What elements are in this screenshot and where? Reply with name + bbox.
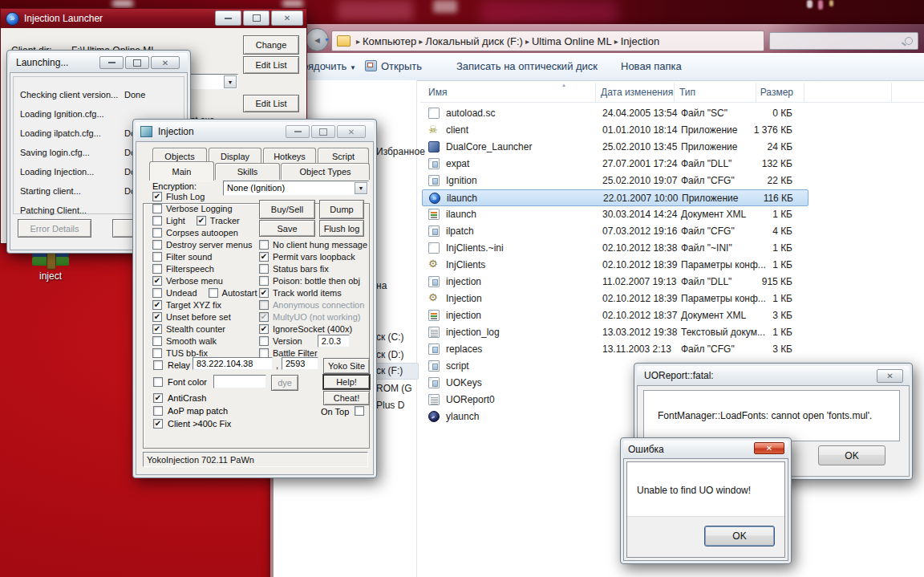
address-dropdown-icon[interactable]: ▼ bbox=[324, 37, 330, 43]
launcher-titlebar[interactable]: » Injection Launcher ✕ bbox=[1, 9, 306, 28]
breadcrumb-f[interactable]: Локальный диск (F:) bbox=[425, 35, 523, 47]
checkbox-filter-sound[interactable]: Filter sound bbox=[152, 252, 212, 262]
buy-sell-button[interactable]: Buy/Sell bbox=[259, 200, 315, 219]
nav-item[interactable]: ск (F:) bbox=[376, 365, 403, 376]
save-button[interactable]: Save bbox=[259, 220, 315, 237]
restore-button[interactable] bbox=[125, 56, 149, 69]
search-input[interactable] bbox=[769, 32, 918, 50]
checkbox-tracker[interactable]: Tracker bbox=[197, 216, 240, 226]
ok-button[interactable]: OK bbox=[704, 526, 775, 547]
anticrash-checkbox[interactable] bbox=[153, 393, 163, 403]
checkbox-destroy-server-menus[interactable]: Destroy server menus bbox=[152, 240, 253, 250]
checkbox-corpses-autoopen[interactable]: Corpses autoopen bbox=[152, 228, 238, 238]
file-row[interactable]: injection11.02.2007 19:13Файл "DLL"915 К… bbox=[422, 274, 808, 291]
close-button[interactable]: ✕ bbox=[337, 125, 366, 138]
nav-item[interactable]: Plus D bbox=[376, 400, 404, 411]
file-row[interactable]: client01.01.2010 18:14Приложение1 376 КБ bbox=[422, 122, 808, 139]
checkbox-stealth-counter[interactable]: Stealth counter bbox=[152, 324, 225, 334]
checkbox-ignoresocket-400x[interactable]: IgnoreSocket (400x) bbox=[259, 324, 352, 334]
file-row[interactable]: replaces13.11.2003 2:13Файл "CFG"3 КБ bbox=[422, 341, 808, 358]
file-row[interactable]: autoload.sc24.04.2005 13:54Файл "SC"0 КБ bbox=[422, 105, 808, 122]
checkbox-flush-log[interactable]: Flush Log bbox=[152, 192, 205, 201]
error-details-button[interactable]: Error Details bbox=[18, 219, 91, 238]
breadcrumb-injection[interactable]: Injection bbox=[621, 35, 659, 47]
font-color-input[interactable] bbox=[213, 375, 266, 388]
checkbox-tus-bb-fix[interactable]: TUS bb-fix bbox=[152, 348, 208, 358]
close-button[interactable]: ✕ bbox=[877, 369, 903, 383]
column-header-date[interactable]: Дата изменения bbox=[601, 87, 673, 98]
file-row[interactable]: injection02.10.2012 18:37Документ XML3 К… bbox=[422, 307, 808, 324]
minimize-button[interactable] bbox=[99, 56, 124, 69]
nav-item[interactable]: на bbox=[376, 280, 387, 291]
checkbox-poison-bottle-then-obj[interactable]: Poison: bottle then obj bbox=[259, 276, 360, 286]
checkbox-verbose-menu[interactable]: Verbose menu bbox=[152, 276, 223, 286]
tab-script[interactable]: Script bbox=[318, 148, 369, 164]
file-row[interactable]: InjClients.~ini02.10.2012 18:38Файл "~IN… bbox=[422, 240, 808, 257]
uoreport-titlebar[interactable]: UOReport::fatal: ✕ bbox=[637, 366, 910, 385]
checkbox-filterspeech[interactable]: Filterspeech bbox=[152, 264, 214, 274]
help-button[interactable]: Help! bbox=[323, 375, 370, 389]
file-row[interactable]: expat27.07.2001 17:24Файл "DLL"132 КБ bbox=[422, 156, 808, 173]
address-bar[interactable]: ▸Компьютер▸Локальный диск (F:)▸Ultima On… bbox=[331, 30, 764, 51]
yoko-site-button[interactable]: Yoko Site bbox=[323, 358, 370, 374]
nav-item[interactable]: ROM (G bbox=[376, 383, 412, 394]
checkbox-light[interactable]: Light bbox=[152, 216, 185, 226]
tab-main[interactable]: Main bbox=[149, 161, 214, 181]
close-button[interactable]: ✕ bbox=[151, 56, 180, 69]
file-row[interactable]: ilaunch22.01.2007 10:00Приложение116 КБ bbox=[422, 189, 808, 206]
ok-button[interactable]: OK bbox=[818, 445, 886, 465]
dye-button[interactable]: dye bbox=[271, 375, 298, 391]
file-row[interactable]: ilpatch07.03.2012 19:16Файл "CFG"4 КБ bbox=[422, 223, 808, 240]
minimize-button[interactable] bbox=[286, 125, 310, 138]
tab-display[interactable]: Display bbox=[209, 148, 261, 164]
checkbox-permit-vars-loopback[interactable]: Permit vars loopback bbox=[259, 252, 355, 262]
file-row[interactable]: injection_log13.03.2012 19:38Текстовый д… bbox=[422, 324, 808, 341]
checkbox-status-bars-fix[interactable]: Status bars fix bbox=[259, 264, 329, 274]
relay-ip-input[interactable]: 83.222.104.38 bbox=[192, 357, 273, 370]
column-header-name[interactable]: Имя bbox=[428, 87, 447, 98]
maximize-button[interactable] bbox=[243, 10, 270, 26]
checkbox-unset-before-set[interactable]: Unset before set bbox=[152, 312, 231, 322]
open-button[interactable]: Открыть bbox=[365, 60, 422, 72]
file-row[interactable]: DualCore_Launcher25.02.2010 13:45Приложе… bbox=[422, 139, 808, 156]
relay-checkbox[interactable] bbox=[153, 360, 163, 370]
tab-object-types[interactable]: Object Types bbox=[281, 163, 370, 180]
checkbox-multyuo-not-working[interactable]: MultyUO (not working) bbox=[259, 312, 360, 322]
checkbox-target-xyz-fix[interactable]: Target XYZ fix bbox=[152, 300, 221, 310]
file-row[interactable]: Ignition25.02.2010 19:07Файл "CFG"22 КБ bbox=[422, 173, 808, 189]
on-top-checkbox[interactable] bbox=[355, 406, 364, 416]
burn-button[interactable]: Записать на оптический диск bbox=[456, 60, 598, 72]
close-button[interactable]: ✕ bbox=[271, 10, 303, 26]
file-row[interactable]: Injection02.10.2012 18:39Параметры конф.… bbox=[422, 291, 808, 307]
breadcrumb-[interactable]: Компьютер bbox=[363, 35, 416, 47]
version-input[interactable]: 2.0.3 bbox=[318, 335, 350, 347]
checkbox-battle-filter[interactable]: Battle Filter bbox=[259, 348, 318, 358]
cheat-button[interactable]: Cheat! bbox=[323, 391, 370, 405]
launching-titlebar[interactable]: Launching... ✕ bbox=[10, 53, 188, 72]
checkbox-undead[interactable]: Undead bbox=[152, 288, 197, 298]
font-color-checkbox[interactable] bbox=[153, 377, 163, 387]
file-row[interactable]: ilaunch30.03.2014 14:24Документ XML1 КБ bbox=[422, 206, 808, 223]
aop-map-patch-checkbox[interactable] bbox=[153, 406, 163, 416]
checkbox-autostart[interactable]: Autostart bbox=[209, 288, 257, 298]
checkbox-track-world-items[interactable]: Track world items bbox=[259, 288, 342, 298]
checkbox-no-client-hung-message[interactable]: No client hung message bbox=[259, 240, 367, 250]
new-folder-button[interactable]: Новая папка bbox=[621, 60, 682, 72]
nav-item[interactable]: Избранное bbox=[376, 146, 425, 157]
checkbox-anonymous-connection[interactable]: Anonymous connection bbox=[259, 300, 364, 310]
column-header-size[interactable]: Размер bbox=[740, 87, 793, 98]
checkbox-smooth-walk[interactable]: Smooth walk bbox=[152, 336, 217, 346]
close-button[interactable]: ✕ bbox=[754, 442, 784, 454]
tab-skills[interactable]: Skills bbox=[215, 163, 280, 180]
checkbox-verbose-logging[interactable]: Verbose Logging bbox=[152, 204, 233, 213]
client-400c-fix-checkbox[interactable] bbox=[153, 419, 163, 429]
relay-port-input[interactable]: 2593 bbox=[282, 357, 318, 370]
nav-item[interactable]: ск (C:) bbox=[376, 331, 404, 343]
minimize-button[interactable] bbox=[215, 10, 241, 26]
file-row[interactable]: InjClients02.10.2012 18:39Параметры конф… bbox=[422, 257, 808, 274]
dump-button[interactable]: Dump bbox=[319, 200, 364, 219]
breadcrumb-ultima-online-ml[interactable]: Ultima Online ML bbox=[532, 35, 612, 47]
injection-titlebar[interactable]: Injection ✕ bbox=[136, 122, 374, 141]
checkbox-version[interactable]: Version2.0.3 bbox=[259, 335, 350, 347]
error-titlebar[interactable]: Ошибка ✕ bbox=[623, 441, 788, 458]
